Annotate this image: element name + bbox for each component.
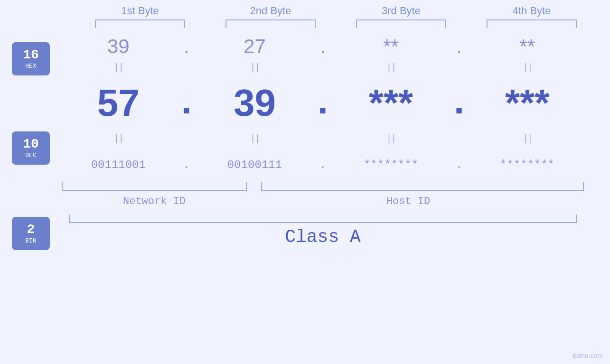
hex-b3-value: **: [383, 35, 399, 57]
hex-b1-value: 39: [107, 35, 130, 57]
hex-b3-cell: **: [339, 35, 443, 58]
dec-b1-value: 57: [97, 82, 140, 124]
byte3-header: 3rd Byte: [349, 5, 453, 17]
bin-values-row: 00111001 . 00100111 . ******** .: [62, 148, 584, 181]
hex-b1-cell: 39: [66, 35, 170, 58]
bracket-network-id: [62, 182, 247, 191]
bin-badge: 2 BIN: [12, 217, 50, 250]
hex-b4-value: **: [519, 35, 535, 57]
class-label: Class A: [62, 227, 584, 247]
hex-dot-3: .: [452, 37, 466, 57]
dec-badge-base: DEC: [25, 152, 36, 159]
big-bracket-row: [62, 215, 584, 223]
values-grid: 39 . 27 . ** . **: [62, 35, 610, 247]
main-area: 16 HEX 10 DEC 2 BIN 39: [0, 35, 610, 250]
hex-dot-1-icon: .: [184, 37, 189, 56]
bin-b1-value: 00111001: [91, 159, 146, 171]
hex-dot-3-icon: .: [457, 37, 462, 56]
bin-dot-2-icon: .: [319, 159, 326, 171]
bracket-top-3: [356, 19, 446, 28]
bin-b4-cell: ********: [475, 159, 580, 171]
bin-dot-1: .: [179, 159, 194, 171]
hex-b2-cell: 27: [202, 35, 307, 58]
watermark: ipshu.com: [572, 352, 603, 359]
byte4-header: 4th Byte: [479, 5, 584, 17]
bracket-top-1: [95, 19, 185, 28]
dec-dot-2-icon: .: [318, 79, 328, 125]
eq-row-1: || || || ||: [62, 58, 584, 77]
byte-headers: 1st Byte 2nd Byte 3rd Byte 4th Byte: [75, 5, 597, 17]
bin-b3-value: ********: [364, 159, 418, 171]
byte1-header: 1st Byte: [88, 5, 192, 17]
bin-dot-3-icon: .: [456, 159, 462, 171]
eq-2-1: ||: [66, 133, 170, 144]
hex-badge: 16 HEX: [12, 42, 50, 75]
dec-b4-value: ***: [505, 82, 549, 124]
bin-b2-cell: 00100111: [202, 159, 307, 171]
dec-b2-cell: 39: [202, 81, 307, 125]
hex-dot-1: .: [179, 37, 194, 57]
bracket-host-id: [261, 182, 584, 191]
bin-dot-1-icon: .: [183, 159, 190, 171]
badges-column: 16 HEX 10 DEC 2 BIN: [0, 35, 62, 250]
hex-b2-value: 27: [244, 35, 266, 57]
dec-badge-num: 10: [23, 137, 39, 152]
hex-badge-base: HEX: [25, 63, 36, 70]
hex-b4-cell: **: [475, 35, 580, 58]
bin-b2-value: 00100111: [227, 159, 282, 171]
hex-dot-2: .: [316, 37, 330, 57]
hex-values-row: 39 . 27 . ** . **: [62, 35, 584, 58]
host-id-label: Host ID: [247, 196, 570, 207]
hex-dot-2-icon: .: [320, 37, 326, 56]
dec-dot-1-icon: .: [181, 79, 192, 125]
eq-row-2: || || || ||: [62, 129, 584, 148]
bin-dot-3: .: [452, 159, 466, 171]
main-container: 1st Byte 2nd Byte 3rd Byte 4th Byte 16 H…: [0, 0, 610, 364]
network-id-label: Network ID: [62, 196, 247, 207]
dec-dot-3-icon: .: [454, 79, 464, 125]
eq-1-2: ||: [202, 62, 307, 73]
dec-b3-cell: ***: [339, 81, 443, 125]
bin-dot-2: .: [316, 159, 330, 171]
eq-2-4: ||: [475, 133, 580, 144]
bin-b4-value: ********: [500, 159, 554, 171]
hex-badge-num: 16: [23, 48, 39, 63]
bin-b3-cell: ********: [339, 159, 443, 171]
bracket-class: [69, 215, 577, 223]
eq-1-1: ||: [66, 62, 170, 73]
eq-1-3: ||: [339, 62, 443, 73]
dec-b1-cell: 57: [66, 81, 170, 125]
bracket-top-4: [487, 19, 577, 28]
bottom-brackets: [62, 182, 584, 192]
dec-dot-3: .: [452, 79, 466, 129]
eq-2-2: ||: [202, 133, 307, 144]
bin-badge-num: 2: [27, 223, 35, 237]
dec-b4-cell: ***: [475, 81, 580, 125]
eq-2-3: ||: [339, 133, 443, 144]
bin-b1-cell: 00111001: [66, 159, 170, 171]
id-labels-row: Network ID Host ID: [62, 196, 584, 207]
bracket-top-2: [225, 19, 316, 28]
top-brackets: [75, 19, 597, 28]
dec-badge: 10 DEC: [12, 131, 50, 165]
dec-dot-1: .: [179, 79, 194, 129]
dec-b3-value: ***: [369, 82, 413, 124]
dec-b2-value: 39: [234, 82, 276, 124]
bracket-spacer: [247, 182, 261, 192]
bin-badge-base: BIN: [25, 237, 36, 244]
eq-1-4: ||: [475, 62, 580, 73]
byte2-header: 2nd Byte: [218, 5, 323, 17]
dec-dot-2: .: [316, 79, 330, 129]
dec-values-row: 57 . 39 . *** . ***: [62, 77, 584, 129]
